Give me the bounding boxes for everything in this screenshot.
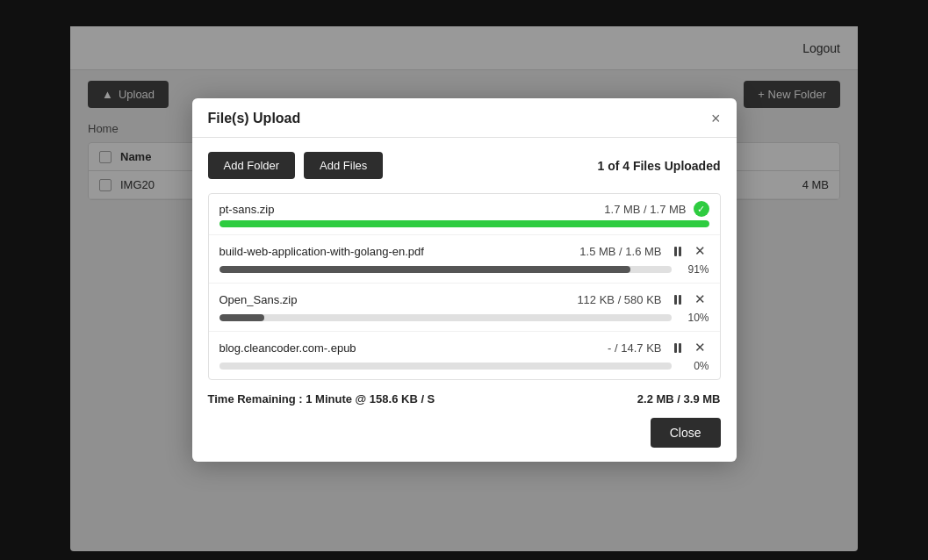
modal-header: File(s) Upload × [192,98,737,138]
file-size: 1.5 MB / 1.6 MB [579,245,661,258]
file-name: Open_Sans.zip [219,293,578,306]
upload-modal: File(s) Upload × Add Folder Add Files 1 … [192,98,737,462]
modal-toolbar: Add Folder Add Files 1 of 4 Files Upload… [208,152,721,179]
pause-button[interactable] [669,339,687,356]
total-size-label: 2.2 MB / 3.9 MB [637,392,721,406]
pause-button[interactable] [669,242,687,260]
list-item: blog.cleancoder.com-.epub - / 14.7 KB ✕ [209,332,720,379]
list-item: Open_Sans.zip 112 KB / 580 KB ✕ [209,284,720,332]
file-size: 1.7 MB / 1.7 MB [604,203,686,216]
file-size: 112 KB / 580 KB [577,293,661,306]
file-actions: ✕ [669,291,709,308]
modal-overlay: File(s) Upload × Add Folder Add Files 1 … [0,0,928,560]
add-folder-button[interactable]: Add Folder [208,152,296,179]
modal-close-button[interactable]: × [711,111,721,126]
add-files-button[interactable]: Add Files [304,152,383,179]
progress-percent: 91% [679,263,709,276]
modal-title: File(s) Upload [208,111,301,126]
close-modal-button[interactable]: Close [651,418,721,448]
file-actions: ✕ [669,339,709,356]
pause-icon [674,247,681,256]
footer-info: Time Remaining : 1 Minute @ 158.6 KB / S… [208,392,721,406]
pause-button[interactable] [669,291,687,308]
list-item: build-web-application-with-golang-en.pdf… [209,235,720,284]
cancel-button[interactable]: ✕ [692,291,709,308]
progress-percent: 10% [679,312,709,324]
progress-bar-bg [219,363,672,370]
cancel-button[interactable]: ✕ [692,242,709,260]
progress-bar-bg [219,266,672,273]
progress-bar-fill [219,266,631,273]
file-name: blog.cleancoder.com-.epub [219,341,608,355]
progress-bar-fill [219,314,265,321]
progress-percent: 0% [679,360,709,372]
time-remaining-label: Time Remaining : 1 Minute @ 158.6 KB / S [208,392,435,406]
progress-bar-bg [219,220,709,227]
modal-body: Add Folder Add Files 1 of 4 Files Upload… [192,138,737,462]
pause-icon [674,295,681,305]
pause-icon [674,343,681,353]
progress-bar-bg [219,314,672,321]
file-name: build-web-application-with-golang-en.pdf [219,245,580,258]
file-actions: ✕ [669,242,709,260]
files-count-label: 1 of 4 Files Uploaded [597,159,720,173]
files-list[interactable]: pt-sans.zip 1.7 MB / 1.7 MB ✓ build-web-… [208,193,721,380]
complete-icon: ✓ [694,201,709,217]
progress-bar-fill [219,220,709,227]
list-item: pt-sans.zip 1.7 MB / 1.7 MB ✓ [209,194,720,235]
cancel-button[interactable]: ✕ [692,339,709,356]
file-size: - / 14.7 KB [608,341,661,355]
file-name: pt-sans.zip [219,203,605,216]
modal-footer-actions: Close [208,418,721,448]
